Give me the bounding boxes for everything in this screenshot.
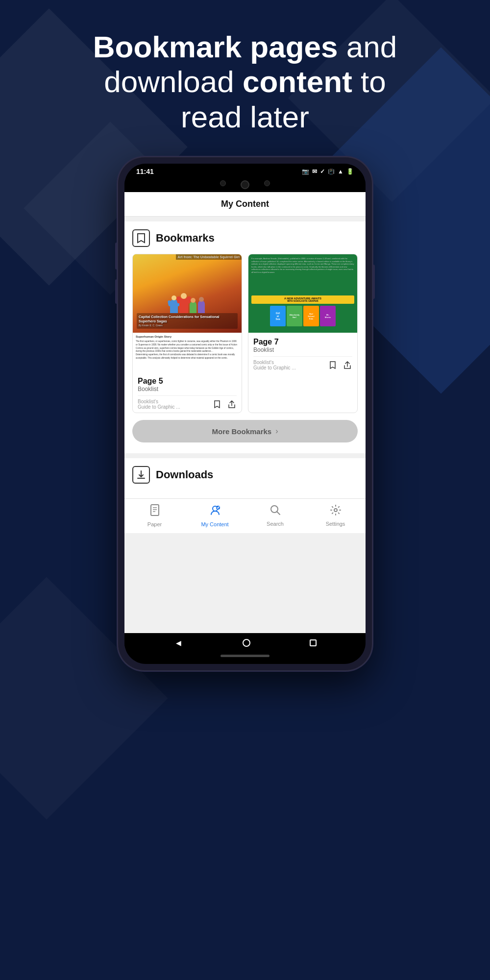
card2-source: Booklist [253, 346, 352, 353]
card2-image: For example, Andrew Smuda, (Unbeatable),… [248, 254, 357, 333]
status-bar: 11:41 📷 ✉ ✓ 📳 ▲ 🔋 [124, 164, 366, 179]
svg-point-8 [334, 509, 337, 512]
bookmarks-header: Bookmarks [132, 229, 358, 247]
app-topbar: My Content [124, 192, 366, 217]
nav-search-icon [270, 504, 281, 519]
battery-icon: 🔋 [346, 168, 354, 175]
card1-art-credit: Art from: The Unbeatable Squirrel Girl [176, 254, 242, 260]
camera-area [124, 179, 366, 192]
card2-meta: Page 7 Booklist Booklist'sGuide to Graph… [248, 333, 357, 373]
nav-my-content-icon [209, 504, 221, 519]
hero-section: Bookmark pages anddownload content torea… [0, 20, 490, 144]
camera-dot-right [264, 180, 270, 186]
nav-settings-icon [330, 504, 342, 519]
status-icons: 📷 ✉ ✓ 📳 ▲ 🔋 [302, 168, 354, 175]
more-bookmarks-label: More Bookmarks [212, 427, 271, 436]
card1-page: Page 5 [138, 377, 237, 386]
bookmark-card-2[interactable]: For example, Andrew Smuda, (Unbeatable),… [248, 254, 358, 413]
nav-my-content-label: My Content [201, 521, 228, 527]
wifi-icon: ▲ [338, 168, 343, 175]
card2-footer: Booklist'sGuide to Graphic ... [253, 360, 352, 370]
camera-dot-left [220, 180, 226, 186]
downloads-header: Downloads [132, 466, 358, 484]
card1-bookmark-btn[interactable] [212, 399, 222, 409]
more-bookmarks-arrow: › [275, 427, 278, 436]
mail-icon: ✉ [312, 168, 317, 175]
card1-meta: Page 5 Booklist Booklist'sGuide to Graph… [133, 372, 242, 413]
bookmark-card-1[interactable]: Capital Collection Considerations for Se… [132, 254, 242, 413]
nav-item-search[interactable]: Search [245, 504, 305, 527]
card1-image: Capital Collection Considerations for Se… [133, 254, 242, 333]
card2-actions [328, 360, 352, 370]
downloads-title: Downloads [156, 468, 213, 481]
card2-bookmark-btn[interactable] [328, 360, 338, 370]
app-title: My Content [221, 199, 269, 209]
nav-item-settings[interactable]: Settings [305, 504, 366, 527]
camera-icon: 📷 [302, 168, 309, 175]
phone-mockup: 11:41 📷 ✉ ✓ 📳 ▲ 🔋 M [118, 157, 372, 671]
back-button[interactable]: ◀ [173, 638, 183, 648]
camera-main [241, 180, 249, 189]
nav-item-my-content[interactable]: My Content [185, 504, 245, 527]
card2-share-btn[interactable] [343, 360, 352, 370]
card1-source: Booklist [138, 386, 237, 392]
card2-pub: Booklist'sGuide to Graphic ... [253, 360, 328, 370]
phone-screen: 11:41 📷 ✉ ✓ 📳 ▲ 🔋 M [124, 164, 366, 664]
vibrate-icon: 📳 [328, 169, 335, 175]
recent-apps-button[interactable] [310, 639, 317, 646]
card1-title: Capital Collection Considerations for Se… [137, 313, 238, 329]
bookmarks-section: Bookmarks [124, 221, 366, 453]
card1-actions [212, 399, 237, 409]
svg-rect-0 [151, 505, 159, 515]
card1-footer: Booklist'sGuide to Graphic ... [138, 399, 237, 410]
bottom-navigation: Paper My Content [124, 498, 366, 533]
app-content: My Content Bookmarks [124, 192, 366, 633]
card1-article-text: Superhuman Origin Story The first superh… [133, 333, 242, 372]
svg-line-7 [277, 512, 280, 515]
hero-heading: Bookmark pages anddownload content torea… [29, 29, 461, 134]
nav-item-paper[interactable]: Paper [124, 504, 185, 527]
more-bookmarks-button[interactable]: More Bookmarks › [132, 420, 358, 442]
nav-search-label: Search [267, 521, 284, 527]
home-button[interactable] [243, 639, 250, 647]
download-icon [132, 466, 150, 484]
home-indicator [220, 655, 270, 657]
bookmarks-title: Bookmarks [156, 232, 215, 245]
nav-paper-label: Paper [147, 521, 162, 527]
phone-pill [124, 651, 366, 664]
status-time: 11:41 [136, 168, 154, 175]
phone-outer: 11:41 📷 ✉ ✓ 📳 ▲ 🔋 M [118, 157, 372, 671]
card1-pub: Booklist'sGuide to Graphic ... [138, 399, 212, 410]
card1-share-btn[interactable] [227, 399, 237, 409]
downloads-section: Downloads [124, 458, 366, 498]
phone-nav-bar: ◀ [124, 633, 366, 651]
nav-settings-label: Settings [326, 521, 345, 527]
bookmark-icon [132, 229, 150, 247]
card2-page: Page 7 [253, 338, 352, 346]
bookmarks-cards: Capital Collection Considerations for Se… [132, 254, 358, 413]
nav-paper-icon [149, 504, 160, 519]
check-icon: ✓ [320, 168, 325, 175]
